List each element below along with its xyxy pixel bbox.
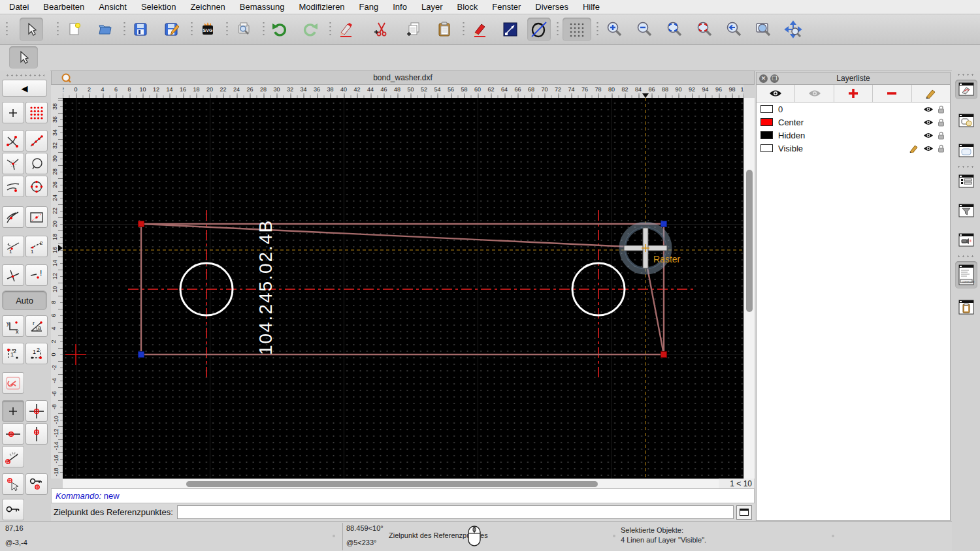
document-titlebar[interactable]: bond_washer.dxf: [51, 71, 755, 85]
relative-cartesian-button[interactable]: 12: [2, 343, 24, 364]
snap-distance-button[interactable]: [2, 176, 24, 197]
coordinate-polar-button[interactable]: ra: [25, 315, 48, 337]
toolbar-handle[interactable]: [556, 21, 559, 38]
menu-datei[interactable]: Datei: [9, 2, 29, 12]
ellipse-tool-button[interactable]: [527, 18, 551, 41]
close-icon[interactable]: ✕: [759, 74, 768, 83]
layer-row-hidden[interactable]: Hidden: [757, 129, 950, 142]
restrict-nothing-button[interactable]: [2, 400, 24, 422]
horizontal-scrollbar[interactable]: [63, 479, 743, 489]
line-tool-button[interactable]: [498, 18, 522, 41]
center-lines[interactable]: [128, 210, 695, 377]
copy-button[interactable]: [402, 18, 426, 41]
menu-ansicht[interactable]: Ansicht: [99, 2, 127, 12]
zoom-in-button[interactable]: [602, 18, 626, 41]
vertical-scrollbar[interactable]: [743, 98, 755, 479]
remove-layer-button[interactable]: [873, 85, 911, 102]
lock-icon[interactable]: [938, 105, 945, 114]
undo-button[interactable]: [268, 18, 291, 41]
snap-center-button[interactable]: [25, 153, 48, 174]
redo-button[interactable]: [299, 18, 322, 41]
new-file-button[interactable]: [63, 18, 87, 41]
snap-lock-button[interactable]: [25, 473, 48, 495]
menu-modifizieren[interactable]: Modifizieren: [299, 2, 345, 12]
tool-pointer-button[interactable]: [9, 46, 38, 69]
selection-filter-toggle-button[interactable]: [955, 201, 977, 221]
snap-circle-points-button[interactable]: [25, 176, 48, 197]
highlight-toggle-button[interactable]: [955, 230, 977, 250]
commandline-toggle-button[interactable]: command: [955, 261, 977, 289]
property-editor-toggle-button[interactable]: [955, 172, 977, 191]
layer-panel-titlebar[interactable]: ✕ ❐ Layerliste: [757, 72, 950, 85]
restrict-relative2-button[interactable]: 12: [25, 236, 48, 257]
menu-layer[interactable]: Layer: [421, 2, 443, 12]
cut-button[interactable]: [370, 18, 393, 41]
layer-color-swatch[interactable]: [760, 105, 773, 113]
zoom-previous-button[interactable]: [722, 18, 745, 41]
snap-auto-button[interactable]: Auto: [2, 291, 47, 310]
snap-on-entity-button[interactable]: [25, 130, 48, 151]
toolbox-handle[interactable]: [5, 74, 44, 77]
dock-handle[interactable]: [956, 73, 976, 76]
zoom-pan-button[interactable]: [781, 18, 805, 41]
zoom-out-button[interactable]: [632, 18, 656, 41]
command-input[interactable]: [177, 505, 734, 519]
toolbar-handle[interactable]: [262, 21, 265, 38]
hide-all-layers-button[interactable]: [795, 85, 834, 102]
save-button[interactable]: [129, 18, 152, 41]
toolbar-handle[interactable]: [225, 21, 229, 38]
svg-export-button[interactable]: SVG: [196, 18, 220, 41]
zoom-selection-button[interactable]: [693, 18, 716, 41]
eye-icon[interactable]: [923, 106, 934, 113]
float-icon[interactable]: ❐: [770, 74, 779, 83]
toolbar-handle[interactable]: [190, 21, 193, 38]
lock-icon[interactable]: [938, 131, 945, 140]
menu-selektion[interactable]: Selektion: [141, 2, 176, 12]
library-toggle-button[interactable]: [955, 141, 977, 161]
relative-polar-button[interactable]: 12: [25, 343, 48, 364]
menu-diverses[interactable]: Diverses: [535, 2, 568, 12]
menu-info[interactable]: Info: [393, 2, 407, 12]
grid-toggle-button[interactable]: [563, 18, 591, 41]
add-layer-button[interactable]: [834, 85, 873, 102]
drawing-canvas[interactable]: 104.245.02.4B Raster: [63, 98, 743, 479]
menu-fang[interactable]: Fang: [359, 2, 379, 12]
snap-reference-button[interactable]: [25, 206, 48, 228]
menu-hilfe[interactable]: Hilfe: [583, 2, 600, 12]
eye-icon[interactable]: [923, 119, 934, 126]
clipboard-panel-toggle-button[interactable]: [955, 298, 977, 317]
layer-color-swatch[interactable]: [760, 131, 773, 139]
save-as-button[interactable]: [159, 18, 183, 41]
snap-grid-button[interactable]: [25, 102, 48, 123]
toolbar-handle[interactable]: [5, 21, 8, 38]
layerlist-toggle-button[interactable]: [955, 80, 977, 99]
snap-intersection-manual-button[interactable]: [2, 153, 24, 174]
coordinate-cartesian-button[interactable]: yx: [2, 315, 24, 337]
part-label[interactable]: 104.245.02.4B: [255, 219, 276, 355]
lock-icon[interactable]: [938, 144, 945, 153]
toolbar-handle[interactable]: [56, 21, 59, 38]
snap-on-entity2-button[interactable]: [2, 206, 24, 228]
edit-layer-button[interactable]: [912, 85, 950, 102]
menu-zeichnen[interactable]: Zeichnen: [190, 2, 225, 12]
menu-block[interactable]: Block: [457, 2, 478, 12]
print-preview-button[interactable]: [232, 18, 255, 41]
toolbar-handle[interactable]: [462, 21, 465, 38]
restrict-horizontal-button[interactable]: [2, 423, 24, 445]
command-detach-button[interactable]: [736, 505, 752, 520]
blocklist-toggle-button[interactable]: [955, 111, 977, 131]
snap-free-button[interactable]: [2, 102, 24, 123]
toolbar-handle[interactable]: [329, 21, 332, 38]
toolbar-handle[interactable]: [123, 21, 126, 38]
paste-button[interactable]: [433, 18, 456, 41]
edit-pencil-button[interactable]: [468, 18, 492, 41]
restrict-relative1-button[interactable]: 1: [2, 236, 24, 257]
selection-lasso-button[interactable]: [2, 372, 24, 394]
selection-pointer-button[interactable]: [20, 18, 43, 41]
layer-row-visible[interactable]: Visible: [757, 142, 950, 155]
toolbar-handle[interactable]: [596, 21, 599, 38]
layer-row-0[interactable]: 0: [757, 102, 950, 116]
horizontal-scroll-thumb[interactable]: [186, 481, 598, 487]
snap-nothing-button[interactable]: !: [25, 264, 48, 286]
eye-icon[interactable]: [923, 145, 934, 152]
